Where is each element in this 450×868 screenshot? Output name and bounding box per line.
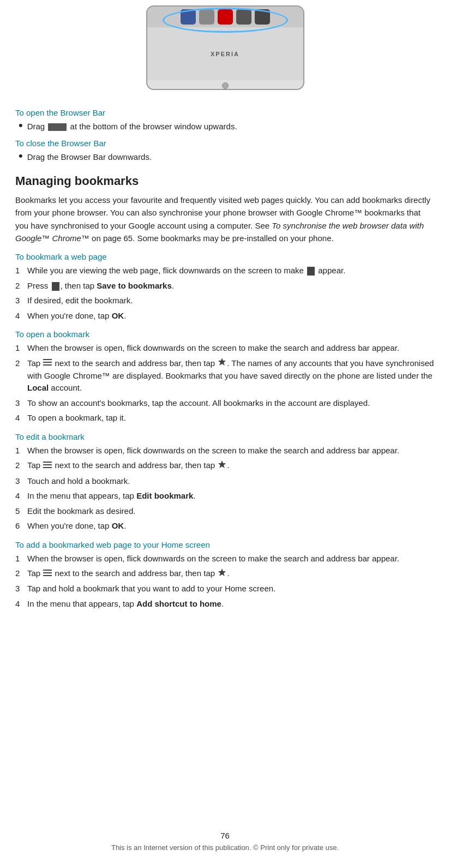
step-number: 4 xyxy=(15,310,27,322)
step-number: 3 xyxy=(15,295,27,307)
page-footer: 76 This is an Internet version of this p… xyxy=(0,831,450,852)
phone-image-area: XPERIA xyxy=(0,0,450,103)
menu-icon xyxy=(43,357,52,370)
list-item: 3 Tap and hold a bookmark that you want … xyxy=(15,583,435,595)
step-number: 4 xyxy=(15,490,27,502)
list-item: 3 If desired, edit the bookmark. xyxy=(15,295,435,307)
svg-rect-0 xyxy=(43,359,52,360)
app-icon-4 xyxy=(236,9,251,25)
phone-content: XPERIA xyxy=(147,27,303,80)
open-browser-bar-section: To open the Browser Bar • Drag at the bo… xyxy=(15,108,435,133)
bookmark-web-page-section: To bookmark a web page 1 While you are v… xyxy=(15,252,435,322)
bookmark-web-page-steps: 1 While you are viewing the web page, fl… xyxy=(15,265,435,322)
svg-rect-5 xyxy=(43,464,52,465)
step-text: When the browser is open, flick downward… xyxy=(27,342,435,355)
step-text: When you're done, tap OK. xyxy=(27,520,435,532)
menu-icon-2 xyxy=(43,460,52,472)
svg-rect-8 xyxy=(43,570,52,571)
main-content: To open the Browser Bar • Drag at the bo… xyxy=(0,108,450,610)
step-text: To open a bookmark, tap it. xyxy=(27,412,435,424)
save-to-bookmarks-label: Save to bookmarks xyxy=(97,281,172,290)
menu-icon-3 xyxy=(43,568,52,580)
step-number: 3 xyxy=(15,397,27,410)
app-icon-2 xyxy=(199,9,214,25)
bullet-dot-2: • xyxy=(19,150,23,162)
step-text: Press , then tap Save to bookmarks. xyxy=(27,280,435,292)
phone-body: XPERIA xyxy=(146,5,304,90)
step-text: When the browser is open, flick downward… xyxy=(27,445,435,457)
step-text: Edit the bookmark as desired. xyxy=(27,505,435,518)
list-item: 4 In the menu that appears, tap Add shor… xyxy=(15,598,435,610)
open-bookmark-steps: 1 When the browser is open, flick downwa… xyxy=(15,342,435,424)
footer-note: This is an Internet version of this publ… xyxy=(0,843,450,852)
svg-rect-9 xyxy=(43,572,52,573)
list-item: 4 When you're done, tap OK. xyxy=(15,310,435,322)
svg-rect-6 xyxy=(43,467,52,468)
step-number: 2 xyxy=(15,567,27,580)
step-text: In the menu that appears, tap Edit bookm… xyxy=(27,490,435,502)
step-text: When the browser is open, flick downward… xyxy=(27,553,435,565)
open-browser-bar-bullet: • Drag at the bottom of the browser wind… xyxy=(15,121,435,133)
app-icon-1 xyxy=(181,9,196,25)
close-browser-bar-section: To close the Browser Bar • Drag the Brow… xyxy=(15,139,435,164)
step-number: 1 xyxy=(15,265,27,277)
step-text: Touch and hold a bookmark. xyxy=(27,475,435,488)
open-browser-bar-text: Drag at the bottom of the browser window… xyxy=(27,121,435,133)
step-text: In the menu that appears, tap Add shortc… xyxy=(27,598,435,610)
svg-rect-10 xyxy=(43,575,52,576)
edit-bookmark-section: To edit a bookmark 1 When the browser is… xyxy=(15,432,435,532)
open-bookmark-section: To open a bookmark 1 When the browser is… xyxy=(15,330,435,424)
step-number: 5 xyxy=(15,505,27,518)
list-item: 1 While you are viewing the web page, fl… xyxy=(15,265,435,277)
list-item: 1 When the browser is open, flick downwa… xyxy=(15,342,435,355)
list-item: 2 Tap next to the search and address bar… xyxy=(15,357,435,394)
step-number: 2 xyxy=(15,280,27,292)
open-bookmark-heading: To open a bookmark xyxy=(15,330,435,339)
phone-home-button xyxy=(222,82,229,89)
page-wrapper: XPERIA To open the Browser Bar • Drag at… xyxy=(0,0,450,645)
add-to-home-heading: To add a bookmarked web page to your Hom… xyxy=(15,540,435,549)
local-label: Local xyxy=(27,383,49,392)
close-browser-bar-heading: To close the Browser Bar xyxy=(15,139,435,148)
step-number: 1 xyxy=(15,553,27,565)
step-number: 3 xyxy=(15,583,27,595)
list-item: 4 In the menu that appears, tap Edit boo… xyxy=(15,490,435,502)
list-item: 4 To open a bookmark, tap it. xyxy=(15,412,435,424)
star-icon-2 xyxy=(218,460,226,472)
list-item: 2 Tap next to the search and address bar… xyxy=(15,567,435,580)
step-number: 6 xyxy=(15,520,27,532)
add-to-home-steps: 1 When the browser is open, flick downwa… xyxy=(15,553,435,610)
list-item: 6 When you're done, tap OK. xyxy=(15,520,435,532)
svg-rect-4 xyxy=(43,462,52,463)
bullet-dot: • xyxy=(19,119,23,131)
step-text: If desired, edit the bookmark. xyxy=(27,295,435,307)
list-item: 5 Edit the bookmark as desired. xyxy=(15,505,435,518)
star-icon-3 xyxy=(218,568,226,580)
add-to-home-section: To add a bookmarked web page to your Hom… xyxy=(15,540,435,610)
open-browser-bar-heading: To open the Browser Bar xyxy=(15,108,435,117)
step-text: Tap and hold a bookmark that you want to… xyxy=(27,583,435,595)
add-shortcut-label: Add shortcut to home xyxy=(136,599,221,608)
managing-bookmarks-para: Bookmarks let you access your favourite … xyxy=(15,194,435,244)
list-item: 3 Touch and hold a bookmark. xyxy=(15,475,435,488)
bookmark-web-page-heading: To bookmark a web page xyxy=(15,252,435,261)
list-item: 1 When the browser is open, flick downwa… xyxy=(15,445,435,457)
list-item: 1 When the browser is open, flick downwa… xyxy=(15,553,435,565)
svg-marker-11 xyxy=(218,568,226,576)
step-text: Tap next to the search and address bar, … xyxy=(27,567,435,580)
list-item: 2 Press , then tap Save to bookmarks. xyxy=(15,280,435,292)
edit-bookmark-label: Edit bookmark xyxy=(136,491,193,500)
step-number: 1 xyxy=(15,445,27,457)
step-text: Tap next to the search and address bar, … xyxy=(27,357,435,394)
page-number: 76 xyxy=(0,831,450,840)
managing-bookmarks-title: Managing bookmarks xyxy=(15,174,435,188)
step-text: While you are viewing the web page, flic… xyxy=(27,265,435,277)
close-browser-bar-bullet: • Drag the Browser Bar downwards. xyxy=(15,151,435,164)
step-text: To show an account's bookmarks, tap the … xyxy=(27,397,435,410)
close-browser-bar-text: Drag the Browser Bar downwards. xyxy=(27,151,435,164)
phone-mockup: XPERIA xyxy=(146,5,304,93)
step-text: Tap next to the search and address bar, … xyxy=(27,459,435,472)
step-number: 4 xyxy=(15,598,27,610)
ok-label: OK xyxy=(112,311,124,320)
phone-top-bar xyxy=(147,7,303,27)
